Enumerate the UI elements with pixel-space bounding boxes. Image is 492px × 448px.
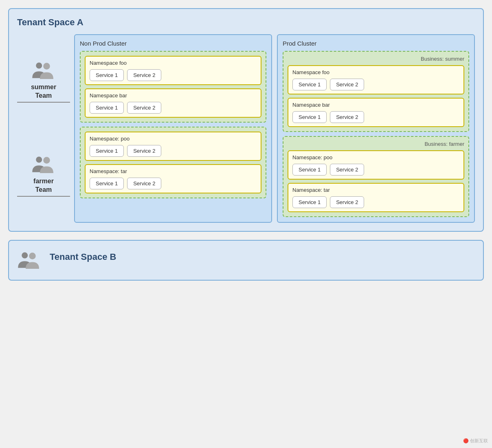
tenant-b-title: Tenant Space B xyxy=(50,252,116,262)
service-box: Service 1 xyxy=(292,196,327,208)
svg-point-6 xyxy=(22,253,28,259)
prod-business-summer: Business: summer Namespace foo Service 1… xyxy=(283,51,469,132)
prod-farmer-ns-poo: Namespace: poo Service 1 Service 2 xyxy=(288,150,464,180)
prod-business-summer-label: Business: summer xyxy=(288,56,464,62)
prod-business-farmer-label: Business: farmer xyxy=(288,141,464,147)
prod-farmer-ns-tar: Namespace: tar Service 1 Service 2 xyxy=(288,183,464,212)
non-prod-ns-bar: Namespace bar Service 1 Service 2 xyxy=(85,88,261,118)
service-box: Service 1 xyxy=(292,111,327,123)
service-box: Service 1 xyxy=(90,69,124,81)
farmer-team-label: farmerTeam xyxy=(17,177,70,197)
tenant-space-b: Tenant Space B xyxy=(8,240,484,281)
prod-business-farmer: Business: farmer Namespace: poo Service … xyxy=(283,136,469,217)
service-box: Service 2 xyxy=(330,164,364,176)
prod-summer-ns-foo: Namespace foo Service 1 Service 2 xyxy=(288,65,464,94)
service-box: Service 2 xyxy=(330,196,364,208)
non-prod-ns-foo: Namespace foo Service 1 Service 2 xyxy=(85,56,261,85)
svg-point-3 xyxy=(43,63,50,70)
tenant-space-a: Tenant Space A summerTeam xyxy=(8,8,484,232)
service-box: Service 2 xyxy=(127,178,161,189)
svg-point-4 xyxy=(36,157,42,163)
non-prod-cluster-title: Non Prod Cluster xyxy=(80,40,266,47)
non-prod-summer-section: Namespace foo Service 1 Service 2 Namesp… xyxy=(80,51,266,123)
service-box: Service 1 xyxy=(292,164,327,176)
prod-summer-ns-foo-services: Service 1 Service 2 xyxy=(292,79,459,90)
clusters-row: Non Prod Cluster Namespace foo Service 1… xyxy=(74,34,475,223)
tenant-b-team-icon xyxy=(17,250,42,270)
service-box: Service 1 xyxy=(90,102,124,114)
non-prod-ns-tar-label: Namespace: tar xyxy=(90,168,257,174)
watermark: 🔴 创新互联 xyxy=(463,438,488,444)
non-prod-ns-foo-services: Service 1 Service 2 xyxy=(90,69,257,81)
prod-farmer-ns-poo-services: Service 1 Service 2 xyxy=(292,164,459,176)
non-prod-ns-tar-services: Service 1 Service 2 xyxy=(90,178,257,189)
service-box: Service 1 xyxy=(90,145,124,157)
prod-farmer-ns-tar-label: Namespace: tar xyxy=(292,187,459,193)
non-prod-ns-bar-services: Service 1 Service 2 xyxy=(90,102,257,114)
service-box: Service 1 xyxy=(292,79,327,90)
prod-summer-ns-bar-label: Namespace bar xyxy=(292,102,459,108)
svg-point-2 xyxy=(36,62,42,68)
prod-summer-ns-bar-services: Service 1 Service 2 xyxy=(292,111,459,123)
prod-farmer-ns-tar-services: Service 1 Service 2 xyxy=(292,196,459,208)
watermark-icon: 🔴 xyxy=(463,438,470,443)
non-prod-ns-foo-label: Namespace foo xyxy=(90,60,257,66)
teams-column: summerTeam farmerTeam xyxy=(17,34,74,223)
non-prod-cluster: Non Prod Cluster Namespace foo Service 1… xyxy=(74,34,272,223)
non-prod-ns-tar: Namespace: tar Service 1 Service 2 xyxy=(85,164,261,193)
non-prod-ns-poo-label: Namespace: poo xyxy=(90,136,257,142)
service-box: Service 2 xyxy=(330,79,364,90)
service-box: Service 1 xyxy=(90,178,124,189)
service-box: Service 2 xyxy=(127,69,161,81)
service-box: Service 2 xyxy=(330,111,364,123)
non-prod-ns-poo-services: Service 1 Service 2 xyxy=(90,145,257,157)
non-prod-ns-poo: Namespace: poo Service 1 Service 2 xyxy=(85,132,261,161)
summer-team-block: summerTeam xyxy=(17,56,70,107)
tenant-a-content: summerTeam farmerTeam Non Pr xyxy=(17,34,475,223)
prod-summer-ns-bar: Namespace bar Service 1 Service 2 xyxy=(288,98,464,127)
farmer-team-icon xyxy=(31,154,56,175)
page-layout: Tenant Space A summerTeam xyxy=(8,8,484,281)
watermark-text: 创新互联 xyxy=(470,438,488,443)
service-box: Service 2 xyxy=(127,145,161,157)
non-prod-ns-bar-label: Namespace bar xyxy=(90,92,257,99)
summer-team-icon xyxy=(31,60,56,81)
svg-point-7 xyxy=(29,253,36,259)
farmer-team-block: farmerTeam xyxy=(17,150,70,201)
tenant-a-title: Tenant Space A xyxy=(17,17,475,28)
svg-point-5 xyxy=(43,157,50,164)
service-box: Service 2 xyxy=(127,102,161,114)
prod-cluster-title: Prod Cluster xyxy=(283,40,469,47)
prod-summer-ns-foo-label: Namespace foo xyxy=(292,69,459,75)
summer-team-label: summerTeam xyxy=(17,83,70,103)
prod-farmer-ns-poo-label: Namespace: poo xyxy=(292,154,459,160)
non-prod-farmer-section: Namespace: poo Service 1 Service 2 Names… xyxy=(80,127,266,198)
prod-cluster: Prod Cluster Business: summer Namespace … xyxy=(277,34,475,223)
